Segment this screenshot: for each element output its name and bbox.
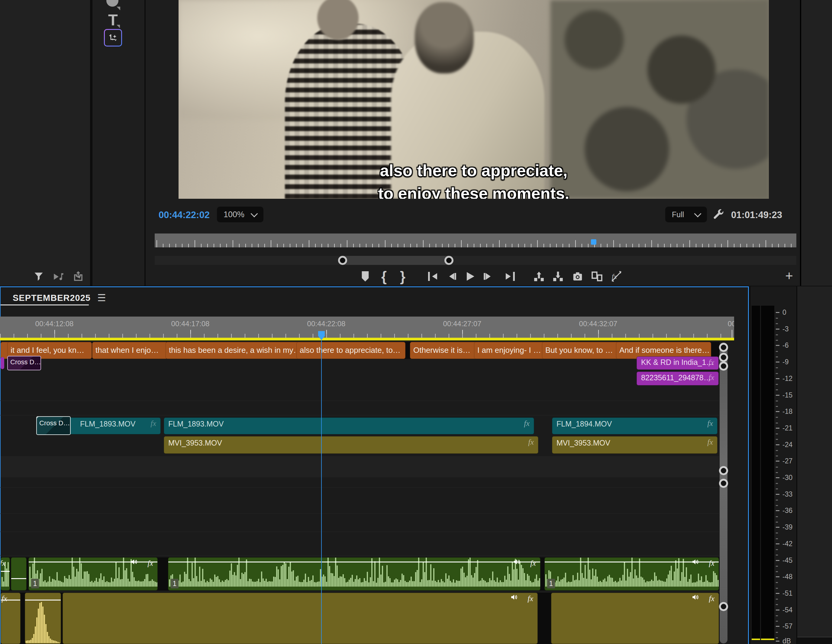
playback-resolution-select[interactable]: Full	[665, 207, 707, 222]
sequence-tab[interactable]: SEPTEMBER2025 ☰	[3, 291, 94, 305]
audio-clip[interactable]: 1fx	[544, 557, 719, 591]
meter-scale-label: -45	[782, 556, 792, 564]
settings-wrench-icon[interactable]	[712, 208, 725, 221]
monitor-scrollbar-range[interactable]	[342, 256, 449, 265]
video-clip[interactable]: KK & RD in India_1…fx	[637, 356, 719, 370]
video-clip[interactable]: 82235611_294878…fx	[637, 372, 719, 385]
monitor-scrollbar[interactable]	[155, 256, 796, 265]
scrollbar-knob[interactable]	[719, 353, 728, 362]
scrollbar-knob[interactable]	[719, 466, 728, 475]
ruler-tick	[499, 240, 500, 248]
step-back-button[interactable]	[445, 269, 459, 283]
monitor-scroll-handle-left[interactable]	[338, 256, 347, 265]
clip-speaker-icon[interactable]	[691, 594, 699, 601]
fx-badge[interactable]: fx	[147, 559, 153, 568]
volume-rubber-band[interactable]	[1, 571, 10, 572]
fx-badge[interactable]: fx	[528, 594, 533, 603]
timeline-vertical-scrollbar[interactable]	[720, 342, 728, 643]
fx-badge[interactable]: fx	[1, 559, 5, 568]
fx-badge[interactable]: fx	[528, 438, 534, 447]
audio-clip[interactable]: fx	[1, 557, 10, 591]
monitor-scroll-handle-right[interactable]	[445, 256, 453, 265]
go-to-out-button[interactable]	[504, 269, 517, 283]
fx-badge[interactable]: fx	[150, 419, 156, 428]
clip-speaker-icon[interactable]	[691, 558, 699, 566]
ruler-tick	[658, 244, 658, 248]
fx-badge[interactable]: fx	[709, 358, 714, 367]
scrollbar-knob[interactable]	[719, 602, 728, 611]
waveform-bar	[464, 573, 465, 586]
empty-track-band	[1, 456, 719, 477]
play-button[interactable]	[463, 269, 477, 283]
waveform-bar	[579, 580, 580, 586]
panel-menu-icon[interactable]: ☰	[97, 292, 106, 304]
filter-icon[interactable]	[33, 271, 45, 283]
monitor-playhead-marker[interactable]	[591, 239, 596, 244]
transition-clip[interactable]: Cross D…	[7, 356, 41, 370]
scrollbar-knob[interactable]	[719, 361, 728, 371]
video-clip[interactable]: MVI_3953.MOVfx	[552, 436, 717, 454]
subtitle-line-1: also there to appreciate,	[179, 159, 769, 182]
ruler-tick	[391, 244, 392, 248]
scrollbar-knob[interactable]	[719, 479, 728, 488]
waveform-bar	[531, 582, 533, 586]
fx-badge[interactable]: fx	[709, 373, 714, 382]
audition-play-icon[interactable]	[52, 271, 65, 283]
video-clip[interactable]: FLM_1893.MOVfx	[164, 417, 534, 435]
step-forward-button[interactable]	[481, 269, 494, 283]
waveform-bar	[214, 575, 215, 586]
waveform-bar	[59, 642, 60, 643]
waveform-bar	[675, 560, 677, 586]
volume-rubber-band[interactable]	[168, 561, 540, 563]
audio-clip[interactable]: 1fx	[168, 557, 541, 591]
volume-rubber-band[interactable]	[11, 578, 26, 579]
timeline-ruler[interactable]: 00:44:12:0800:44:17:0800:44:22:0800:44:2…	[0, 316, 734, 338]
waveform-bar	[61, 582, 62, 586]
fx-badge[interactable]: fx	[709, 594, 715, 603]
timeline-playhead-line[interactable]	[321, 338, 322, 644]
audio-clip[interactable]	[11, 557, 27, 591]
fx-badge[interactable]: fx	[707, 419, 713, 428]
audio-clip[interactable]: 1fx	[29, 557, 158, 591]
speaker-icon	[691, 558, 699, 566]
fx-badge[interactable]: fx	[524, 419, 530, 428]
clip-speaker-icon[interactable]	[510, 594, 518, 601]
fx-badge[interactable]: fx	[707, 438, 713, 447]
audio-clip[interactable]: fx	[62, 593, 538, 644]
work-area-bar[interactable]	[0, 338, 734, 340]
video-clip[interactable]: MVI_3953.MOVfx	[164, 436, 538, 454]
ruler-tick	[512, 244, 512, 248]
volume-rubber-band[interactable]	[25, 599, 61, 601]
extract-button[interactable]	[551, 269, 565, 283]
add-panel-button[interactable]: +	[782, 269, 796, 283]
zoom-level-select[interactable]: 100%	[217, 207, 264, 222]
mark-out-button[interactable]: }	[396, 269, 410, 283]
go-to-in-button[interactable]	[426, 269, 439, 283]
ruler-minor-tick	[693, 334, 694, 338]
playhead-timecode[interactable]: 00:44:22:02	[158, 209, 210, 221]
fx-badge[interactable]: fx	[530, 559, 536, 568]
monitor-time-ruler[interactable]	[155, 233, 796, 248]
global-fx-mute-button[interactable]: fx	[610, 269, 623, 283]
clip-speaker-icon[interactable]	[513, 558, 521, 566]
scrollbar-knob[interactable]	[719, 343, 728, 352]
mark-in-button[interactable]: {	[377, 269, 390, 283]
fx-badge[interactable]: fx	[709, 559, 715, 568]
lift-button[interactable]	[532, 269, 546, 283]
volume-rubber-band[interactable]	[29, 561, 157, 563]
comparison-view-button[interactable]	[590, 269, 603, 283]
export-icon[interactable]	[72, 271, 85, 283]
audio-waveform	[25, 601, 61, 643]
clip-sliver[interactable]	[1, 357, 4, 369]
audio-clip[interactable]: fx	[551, 593, 719, 644]
video-clip[interactable]: FLM_1894.MOVfx	[552, 417, 717, 435]
audio-clip[interactable]	[25, 593, 61, 644]
clip-speaker-icon[interactable]	[130, 558, 138, 566]
export-frame-button[interactable]	[571, 269, 584, 283]
transition-clip[interactable]: Cross D…	[36, 416, 71, 435]
add-marker-button[interactable]	[358, 269, 372, 283]
fx-badge[interactable]: fx	[2, 594, 7, 603]
audio-clip[interactable]: fx	[1, 593, 21, 644]
waveform-bar	[35, 626, 36, 643]
ai-transform-tool-button[interactable]	[104, 29, 122, 46]
